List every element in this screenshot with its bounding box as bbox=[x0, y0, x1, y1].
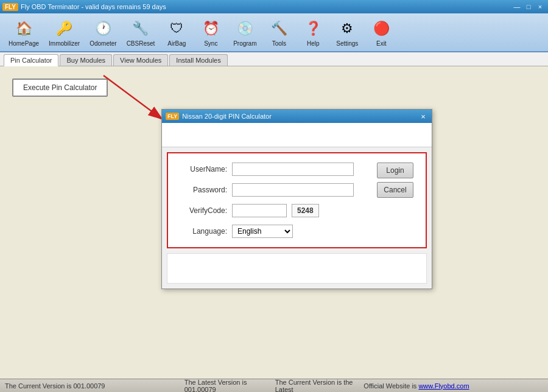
execute-pin-calculator-button[interactable]: Execute Pin Calculator bbox=[12, 79, 108, 97]
verifycode-display: 5248 bbox=[292, 204, 319, 217]
airbag-label: AirBag bbox=[167, 40, 186, 47]
airbag-icon: 🛡 bbox=[166, 18, 188, 40]
dialog-title-left: FLY Nissan 20-digit PIN Calculator bbox=[166, 113, 272, 120]
tools-icon: 🔨 bbox=[268, 18, 290, 40]
login-button[interactable]: Login bbox=[377, 163, 413, 178]
settings-icon: ⚙ bbox=[336, 18, 358, 40]
cbsreset-icon: 🔧 bbox=[130, 18, 152, 40]
tools-label: Tools bbox=[272, 40, 286, 47]
latest-status-text: The Current Version is the Latest bbox=[275, 379, 364, 393]
nissan-pin-dialog: FLY Nissan 20-digit PIN Calculator × Use… bbox=[161, 109, 432, 289]
homepage-label: HomePage bbox=[9, 40, 39, 47]
username-input[interactable] bbox=[232, 163, 354, 176]
form-buttons: Login Cancel bbox=[377, 163, 413, 198]
toolbar-item-help[interactable]: ❓ Help bbox=[297, 16, 329, 49]
toolbar-item-program[interactable]: 💿 Program bbox=[229, 16, 261, 49]
tab-buy-modules[interactable]: Buy Modules bbox=[60, 54, 112, 66]
username-label: UserName: bbox=[180, 165, 232, 173]
verifycode-label: VerifyCode: bbox=[180, 206, 232, 215]
toolbar-item-airbag[interactable]: 🛡 AirBag bbox=[161, 16, 192, 49]
dialog-fly-logo: FLY bbox=[166, 113, 179, 120]
title-bar-title: Fly OBD Terminator - valid days remains … bbox=[21, 3, 166, 10]
status-section-latest: The Latest Version is 001.00079 The Curr… bbox=[184, 379, 364, 393]
program-icon: 💿 bbox=[234, 18, 256, 40]
official-label: Official Website is bbox=[364, 382, 416, 390]
language-select[interactable]: English Chinese bbox=[232, 225, 293, 238]
toolbar-item-tools[interactable]: 🔨 Tools bbox=[263, 16, 295, 49]
close-button[interactable]: × bbox=[535, 2, 546, 12]
title-bar-controls: — □ × bbox=[511, 2, 546, 12]
help-icon: ❓ bbox=[302, 18, 324, 40]
maximize-button[interactable]: □ bbox=[523, 2, 534, 12]
toolbar-item-immobilizer[interactable]: 🔑 Immobilizer bbox=[45, 16, 83, 49]
minimize-button[interactable]: — bbox=[511, 2, 522, 12]
sync-icon: ⏰ bbox=[200, 18, 222, 40]
main-content: Execute Pin Calculator FLY Nissan 20-dig… bbox=[0, 66, 548, 379]
language-row: Language: English Chinese bbox=[180, 225, 371, 238]
immobilizer-icon: 🔑 bbox=[54, 18, 76, 40]
dialog-bottom-area bbox=[167, 253, 427, 284]
current-version-text: The Current Version is 001.00079 bbox=[5, 382, 105, 390]
exit-icon: 🔴 bbox=[370, 18, 392, 40]
cbsreset-label: CBSReset bbox=[127, 40, 155, 47]
title-bar: FLY Fly OBD Terminator - valid days rema… bbox=[0, 0, 548, 13]
sync-label: Sync bbox=[204, 40, 217, 47]
password-label: Password: bbox=[180, 186, 232, 194]
toolbar-item-odometer[interactable]: 🕐 Odometer bbox=[86, 16, 120, 49]
exit-label: Exit bbox=[376, 40, 387, 47]
svg-line-1 bbox=[104, 75, 163, 120]
odometer-label: Odometer bbox=[90, 40, 116, 47]
dialog-title: Nissan 20-digit PIN Calculator bbox=[182, 113, 272, 120]
tab-view-modules[interactable]: View Modules bbox=[113, 54, 168, 66]
cancel-button[interactable]: Cancel bbox=[377, 182, 413, 198]
toolbar-item-sync[interactable]: ⏰ Sync bbox=[195, 16, 227, 49]
toolbar-item-settings[interactable]: ⚙ Settings bbox=[331, 16, 363, 49]
toolbar: 🏠 HomePage 🔑 Immobilizer 🕐 Odometer 🔧 CB… bbox=[0, 13, 548, 52]
immobilizer-label: Immobilizer bbox=[49, 40, 80, 47]
status-section-current: The Current Version is 001.00079 bbox=[5, 382, 184, 390]
program-label: Program bbox=[233, 40, 256, 47]
dialog-close-button[interactable]: × bbox=[418, 111, 428, 121]
dialog-form-area: UserName: Password: VerifyCode: 5248 bbox=[167, 152, 427, 248]
verifycode-row: VerifyCode: 5248 bbox=[180, 204, 371, 217]
fly-logo: FLY bbox=[2, 3, 18, 11]
settings-label: Settings bbox=[336, 40, 358, 47]
form-and-buttons: UserName: Password: VerifyCode: 5248 bbox=[180, 163, 413, 238]
website-link[interactable]: www.Flyobd.com bbox=[418, 382, 469, 390]
homepage-icon: 🏠 bbox=[13, 18, 35, 40]
language-label: Language: bbox=[180, 227, 232, 236]
status-section-website: Official Website is www.Flyobd.com bbox=[364, 382, 543, 390]
title-bar-left: FLY Fly OBD Terminator - valid days rema… bbox=[2, 3, 166, 11]
tab-bar: Pin CalculatorBuy ModulesView ModulesIns… bbox=[0, 52, 548, 66]
toolbar-item-cbsreset[interactable]: 🔧 CBSReset bbox=[123, 16, 159, 49]
dialog-titlebar: FLY Nissan 20-digit PIN Calculator × bbox=[162, 110, 432, 123]
toolbar-item-homepage[interactable]: 🏠 HomePage bbox=[5, 16, 43, 49]
odometer-icon: 🕐 bbox=[92, 18, 114, 40]
latest-version-text: The Latest Version is 001.00079 bbox=[184, 379, 272, 393]
tab-pin-calculator[interactable]: Pin Calculator bbox=[4, 54, 58, 66]
toolbar-item-exit[interactable]: 🔴 Exit bbox=[365, 16, 397, 49]
password-input[interactable] bbox=[232, 183, 354, 197]
verifycode-input[interactable] bbox=[232, 204, 287, 217]
tab-install-modules[interactable]: Install Modules bbox=[169, 54, 227, 66]
password-row: Password: bbox=[180, 183, 371, 197]
form-fields: UserName: Password: VerifyCode: 5248 bbox=[180, 163, 371, 238]
dialog-top-area bbox=[162, 123, 432, 147]
status-bar: The Current Version is 001.00079 The Lat… bbox=[0, 379, 548, 392]
help-label: Help bbox=[307, 40, 320, 47]
username-row: UserName: bbox=[180, 163, 371, 176]
